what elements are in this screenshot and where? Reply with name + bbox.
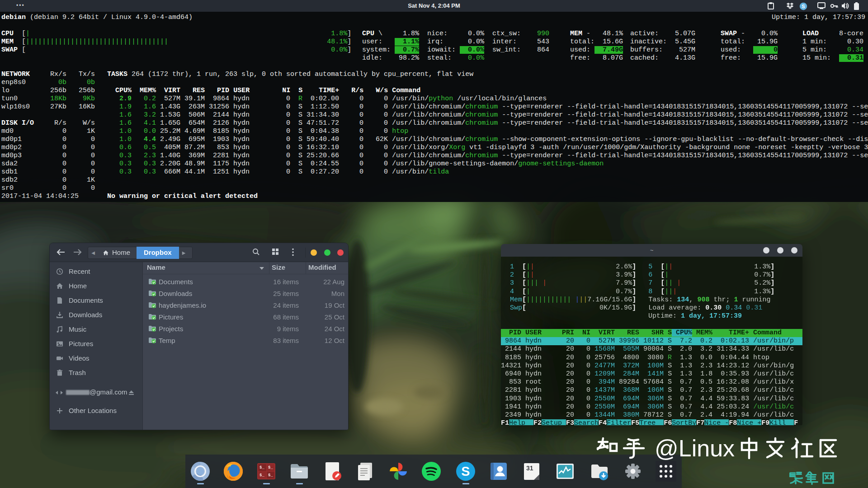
- svg-text:S: S: [461, 464, 470, 479]
- svg-text:31: 31: [526, 465, 533, 472]
- svg-text:S: S: [802, 4, 805, 9]
- svg-text:$_: $_: [268, 473, 273, 478]
- svg-text:$_: $_: [259, 465, 264, 470]
- svg-text:$_: $_: [268, 465, 273, 470]
- svg-text:$_: $_: [259, 473, 264, 478]
